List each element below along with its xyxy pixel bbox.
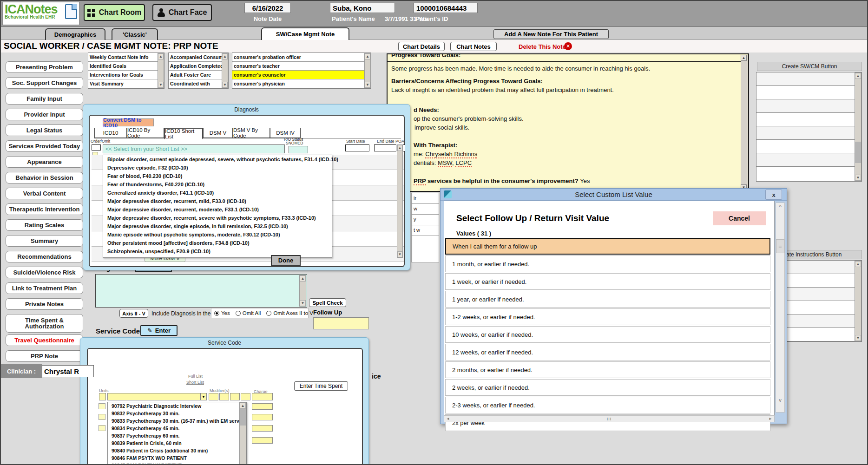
scroll-up-caret[interactable]: ^: [776, 204, 784, 210]
service-code-item[interactable]: 90834 Psychotherapy 45 min.: [108, 425, 239, 432]
charge-box[interactable]: [252, 425, 273, 432]
instructions-scrollbar[interactable]: ▲ ▼: [855, 261, 861, 341]
short-list-link[interactable]: Short List: [186, 380, 204, 385]
charge-box[interactable]: [252, 414, 273, 420]
sidebar-item[interactable]: Services Provided Today: [6, 140, 83, 152]
select-value-row[interactable]: 2 weeks, or earlier if needed.: [445, 379, 770, 396]
scroll-thumb[interactable]: [855, 142, 861, 163]
select-dialog-hscrollbar[interactable]: ◄ III ►: [444, 415, 775, 422]
diagnosis-scrollbar[interactable]: ▲ ▼: [299, 275, 306, 307]
tab-icd10-short-list[interactable]: ICD10 Short List: [164, 128, 203, 139]
dropdown-item[interactable]: Other persistent mood [affective] disord…: [103, 239, 332, 247]
dropdown-item[interactable]: Manic episode without psychotic symptoms…: [103, 230, 332, 239]
unit-checkbox[interactable]: [99, 414, 105, 420]
list-item[interactable]: Visit Summary: [88, 79, 158, 88]
ro-status-box[interactable]: [289, 146, 308, 153]
scroll-down-icon[interactable]: ▼: [855, 335, 861, 341]
sidebar-item[interactable]: Soc. Support Changes: [6, 77, 83, 89]
sidebar-item[interactable]: Private Notes: [6, 298, 83, 310]
note-scrollbar[interactable]: ▲ ▼: [741, 55, 748, 190]
list-item[interactable]: consumer's probation officer: [232, 53, 364, 62]
chart-notes-button[interactable]: Chart Notes: [450, 42, 497, 51]
radio-option[interactable]: Yes: [214, 310, 230, 316]
list-item[interactable]: Weekly Contact Note Info: [88, 53, 158, 62]
spell-check-button[interactable]: Spell Check: [309, 298, 346, 307]
sidebar-item[interactable]: Presenting Problem: [6, 61, 83, 73]
patient-id-field[interactable]: 1000010684443: [414, 3, 478, 13]
list-item[interactable]: consumer's teacher: [232, 62, 364, 71]
scroll-up-icon[interactable]: ▲: [855, 73, 861, 79]
empty-list-row[interactable]: [756, 72, 855, 86]
service-code-item[interactable]: 90839 Patient in Crisis, 60 min: [108, 439, 239, 447]
radio-option[interactable]: Omit All: [236, 310, 261, 316]
dropdown-item[interactable]: Bipolar disorder, current episode depres…: [103, 155, 332, 164]
scroll-up-icon[interactable]: ▲: [855, 261, 861, 267]
modifier-box-4[interactable]: [241, 393, 250, 400]
sidebar-item[interactable]: Link to Treatment Plan: [6, 282, 83, 294]
scroll-up-icon[interactable]: ▲: [741, 55, 747, 61]
service-code-enter-button[interactable]: ✎ Enter: [140, 325, 178, 336]
diagnosis-table-scrollbar[interactable]: ▲ ▼: [397, 144, 403, 258]
dropdown-item[interactable]: Major depressive disorder, single episod…: [103, 222, 332, 230]
scroll-left-icon[interactable]: ◄: [446, 417, 450, 421]
diagnosis-select-input[interactable]: << Select from your Short List >>: [103, 144, 285, 153]
select-dialog-vscrollbar[interactable]: ^ ≡ v: [776, 203, 785, 413]
scroll-up-icon[interactable]: ▲: [222, 53, 228, 59]
empty-list-row[interactable]: [756, 113, 855, 126]
enter-time-spent-button[interactable]: Enter Time Spent: [294, 381, 348, 391]
units-box[interactable]: [99, 393, 106, 400]
select-value-row[interactable]: When I call them for a follow up: [445, 238, 770, 255]
order-box[interactable]: [92, 144, 101, 151]
start-date-box[interactable]: [345, 144, 369, 151]
service-code-item[interactable]: 90792 Psychiatric Diagnostic Interview: [108, 402, 239, 410]
sidebar-item[interactable]: Legal Status: [6, 124, 83, 136]
scroll-down-icon[interactable]: ▼: [222, 82, 228, 88]
sidebar-item[interactable]: Therapeutic Intervention: [6, 203, 83, 215]
charge-box[interactable]: [252, 403, 273, 410]
dropdown-item[interactable]: Fear of blood, F40.230 (ICD-10): [103, 172, 332, 180]
list-item[interactable]: consumer's physician: [232, 79, 364, 88]
service-code-item[interactable]: 90832 Psychotherapy 30 min.: [108, 410, 239, 417]
tab-demographics[interactable]: Demographics: [45, 28, 105, 40]
unit-checkbox[interactable]: [99, 403, 105, 409]
charge-box-row1[interactable]: [252, 393, 273, 400]
service-code-combo[interactable]: [107, 393, 200, 400]
service-code-item[interactable]: 90847 FAM PSYTX W/PATIENT: [108, 462, 239, 465]
tab-dsm-v-by-code[interactable]: DSM V By Code: [233, 128, 270, 138]
sidebar-item[interactable]: Recommendations: [6, 251, 83, 262]
sidebar-item[interactable]: Summary: [6, 235, 83, 247]
tab-classic[interactable]: 'Classic': [112, 28, 158, 40]
empty-list-row[interactable]: [756, 167, 855, 180]
scroll-thumb-grip[interactable]: ≡: [776, 239, 784, 253]
select-value-row[interactable]: 1 week, or earlier if needed.: [445, 273, 770, 290]
select-value-row[interactable]: 2 months, or earlier if needed.: [445, 361, 770, 378]
scroll-up-icon[interactable]: ▲: [365, 53, 370, 59]
swcm-scrollbar[interactable]: ▲ ▼: [855, 72, 861, 181]
empty-list-row[interactable]: [756, 140, 855, 153]
empty-list-row[interactable]: [756, 99, 855, 113]
list2-scrollbar[interactable]: ▲ ▼: [222, 53, 228, 88]
chart-face-button[interactable]: Chart Face: [152, 4, 212, 21]
modifier-box-1[interactable]: [209, 393, 218, 400]
scroll-down-icon[interactable]: ▼: [365, 82, 370, 88]
scroll-down-caret[interactable]: v: [776, 397, 784, 403]
list-item[interactable]: Coordinated with: [169, 79, 222, 88]
delete-note-icon[interactable]: ✕: [564, 42, 572, 50]
dropdown-item[interactable]: Depressive episode, F32 (ICD-10): [103, 164, 332, 172]
select-value-row[interactable]: 1-2 weeks, or earlier if needed.: [445, 308, 770, 325]
empty-list-row[interactable]: [756, 126, 855, 140]
service-list-scrollbar[interactable]: ▲: [239, 402, 246, 465]
combo-arrow-icon[interactable]: ▾: [200, 393, 207, 400]
select-value-row[interactable]: 12 weeks, or earlier if needed.: [445, 344, 770, 360]
unit-checkbox[interactable]: [99, 425, 105, 431]
scroll-down-icon[interactable]: ▼: [300, 300, 306, 306]
modifier-box-2[interactable]: [219, 393, 229, 400]
scroll-thumb[interactable]: [240, 409, 246, 426]
hscroll-thumb[interactable]: III: [607, 417, 612, 421]
done-button[interactable]: Done: [271, 255, 301, 266]
dropdown-item[interactable]: Schizophrenia, unspecified, F20.9 (ICD-1…: [103, 247, 332, 255]
list-item[interactable]: Adult Foster Care: [169, 71, 222, 79]
tab-dsm-iv[interactable]: DSM IV: [270, 128, 301, 138]
sidebar-item[interactable]: PRP Note: [6, 350, 83, 362]
radio-option[interactable]: Omit Axes II to V: [266, 310, 313, 316]
